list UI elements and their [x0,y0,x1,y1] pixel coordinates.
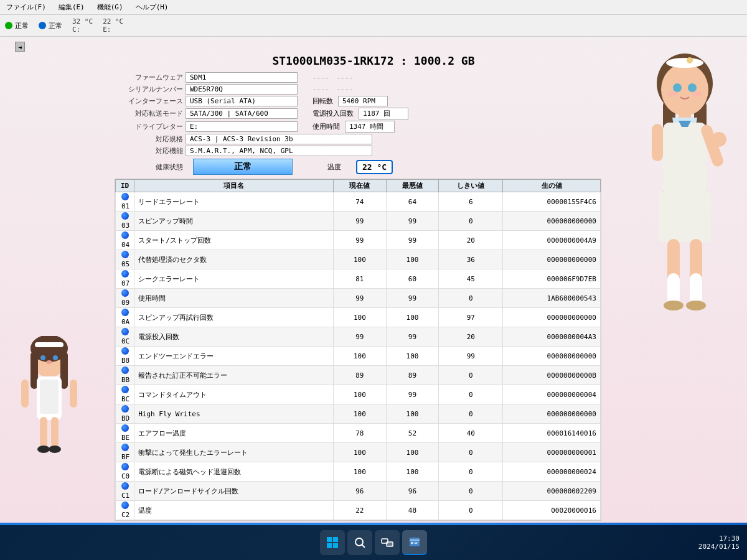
usage-time-value: 1347 時間 [345,121,395,133]
row-raw: 0000000004A9 [503,231,601,250]
row-raw: 1AB600000543 [503,289,601,308]
row-raw: 00000155F4C6 [503,192,601,212]
row-threshold: 0 [439,366,503,385]
search-taskbar-button[interactable] [347,530,372,555]
table-row: C2 温度 22 48 0 00020000016 [116,501,601,520]
status-label-c: 正常 [15,21,29,30]
menu-features[interactable]: 機能(G) [93,1,127,13]
table-row: 04 スタート/ストップ回数 99 99 20 0000000004A9 [116,231,601,250]
features-label: 対応機能 [115,146,183,156]
row-name: エンドツーエンドエラー [134,347,334,366]
row-raw: 000000000001 [503,443,601,462]
row-id: BF [121,453,129,461]
content-area: ◄ ST1000LM035-1RK172 : 1000.2 GB ファームウェア… [0,37,747,523]
row-dot [121,231,129,239]
start-button[interactable] [320,530,345,555]
status-dot-c [5,22,12,29]
row-dot [121,347,129,355]
row-worst: 60 [386,269,439,289]
row-current: 100 [334,250,387,269]
row-worst: 100 [386,404,439,424]
transfer-value: SATA/300 | SATA/600 [186,108,298,119]
power-count-value: 1187 回 [359,108,408,119]
row-threshold: 20 [439,327,503,347]
app-taskbar-icon[interactable] [402,530,427,555]
menu-help[interactable]: ヘルプ(H) [132,1,172,13]
row-raw: 000000000000 [503,404,601,424]
row-worst: 99 [386,385,439,404]
status-label-c2: 正常 [49,21,62,30]
row-threshold: 97 [439,308,503,327]
usage-time-label: 使用時間 [312,122,340,131]
row-threshold: 0 [439,482,503,501]
temp-label: 温度 [327,162,341,172]
row-id: 07 [121,279,129,287]
row-threshold: 0 [439,212,503,231]
row-name: スピンアップ時間 [134,212,334,231]
row-threshold: 0 [439,289,503,308]
table-row: BE エアフロー温度 78 52 40 000016140016 [116,424,601,443]
drive-c-temp: 正常 [39,21,62,30]
row-id: 04 [121,241,129,249]
status-temp-dot-c [39,22,46,29]
svg-rect-47 [387,542,393,546]
table-row: 01 リードエラーレート 74 64 6 00000155F4C6 [116,192,601,212]
row-dot [121,193,129,200]
drive-letter-value: E: [186,121,298,132]
row-threshold: 20 [439,231,503,250]
row-current: 99 [334,231,387,250]
row-raw: 000000000000 [503,212,601,231]
row-worst: 99 [386,212,439,231]
temp-value: 22 °C [356,160,393,174]
row-threshold: 0 [439,404,503,424]
transfer-label: 対応転送モード [115,109,183,118]
row-raw: 000006F9D7EB [503,269,601,289]
row-name: 報告された訂正不可能エラー [134,366,334,385]
row-id: BE [121,434,129,442]
row-raw: 000000002209 [503,482,601,501]
menu-edit[interactable]: 編集(E) [55,1,88,13]
row-threshold: 45 [439,269,503,289]
col-header-worst: 最悪値 [386,180,439,192]
table-row: BF 衝撃によって発生したエラーレート 100 100 0 0000000000… [116,443,601,462]
row-id: 0C [121,337,129,345]
row-raw: 000000000000 [503,347,601,366]
row-threshold: 36 [439,250,503,269]
row-name: 使用時間 [134,289,334,308]
row-current: 100 [334,404,387,424]
drive-e-info: 22 °C E: [103,17,123,34]
row-dot [121,424,129,432]
row-id: 0A [121,318,129,326]
svg-rect-41 [333,537,338,542]
row-id: C1 [121,492,129,500]
menu-file[interactable]: ファイル(F) [2,1,50,13]
row-current: 99 [334,212,387,231]
row-current: 22 [334,501,387,520]
drive-c-status: 正常 [5,21,29,30]
table-row: 0C 電源投入回数 99 99 20 0000000004A3 [116,327,601,347]
row-dot [121,502,129,509]
row-threshold: 0 [439,462,503,482]
serial-value: WDE5R70Q [186,84,298,95]
nav-back-button[interactable]: ◄ [15,42,25,52]
row-name: ロード/アンロードサイクル回数 [134,482,334,501]
row-name: シークエラーレート [134,269,334,289]
system-tray: 17:30 2024/01/15 [698,534,740,551]
row-threshold: 6 [439,192,503,212]
row-dot [121,309,129,316]
power-count-label: 電源投入回数 [312,109,354,118]
table-row: 07 シークエラーレート 81 60 45 000006F9D7EB [116,269,601,289]
svg-rect-40 [327,537,332,542]
row-worst: 64 [386,192,439,212]
row-threshold: 0 [439,385,503,404]
col-header-id: ID [116,180,134,192]
health-label: 健康状態 [115,162,183,172]
row-dot [121,212,129,220]
row-worst: 99 [386,327,439,347]
row-worst: 100 [386,347,439,366]
row-name: 代替処理済のセクタ数 [134,250,334,269]
taskview-button[interactable] [375,530,400,555]
col-header-name: 項目名 [134,180,334,192]
interface-value: USB (Serial ATA) [186,96,298,106]
row-name: リードエラーレート [134,192,334,212]
